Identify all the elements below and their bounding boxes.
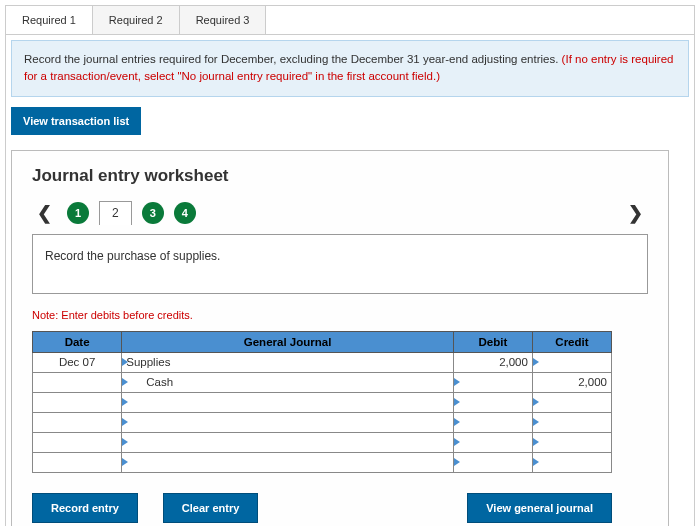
table-row: Dec 07 Supplies 2,000 <box>33 352 612 372</box>
view-transaction-list-button[interactable]: View transaction list <box>11 107 141 135</box>
cell-account[interactable] <box>122 452 454 472</box>
dropdown-icon <box>122 398 128 406</box>
cell-account[interactable] <box>122 392 454 412</box>
dropdown-icon <box>454 398 460 406</box>
step-2-active[interactable]: 2 <box>99 201 132 225</box>
tabs-top: Required 1 Required 2 Required 3 <box>6 6 694 35</box>
step-1[interactable]: 1 <box>67 202 89 224</box>
col-date: Date <box>33 331 122 352</box>
worksheet-box: Journal entry worksheet ❮ 1 2 3 4 ❯ Reco… <box>11 150 669 527</box>
tab-required-3[interactable]: Required 3 <box>180 6 267 34</box>
step-nav: ❮ 1 2 3 4 ❯ <box>32 201 648 225</box>
dropdown-icon <box>533 418 539 426</box>
entry-instruction: Record the purchase of supplies. <box>32 234 648 294</box>
view-general-journal-button[interactable]: View general journal <box>467 493 612 523</box>
journal-body: Dec 07 Supplies 2,000 Cash 2,000 <box>33 352 612 472</box>
note-red: Note: Enter debits before credits. <box>32 309 648 321</box>
cell-debit[interactable] <box>453 372 532 392</box>
record-entry-button[interactable]: Record entry <box>32 493 138 523</box>
table-row <box>33 412 612 432</box>
step-3[interactable]: 3 <box>142 202 164 224</box>
dropdown-icon <box>454 418 460 426</box>
step-4[interactable]: 4 <box>174 202 196 224</box>
cell-debit[interactable] <box>453 412 532 432</box>
cell-debit[interactable]: 2,000 <box>453 352 532 372</box>
app-container: Required 1 Required 2 Required 3 Record … <box>5 5 695 526</box>
cell-date[interactable] <box>33 392 122 412</box>
table-row <box>33 392 612 412</box>
cell-credit[interactable]: 2,000 <box>532 372 611 392</box>
cell-account[interactable] <box>122 412 454 432</box>
instructions-main: Record the journal entries required for … <box>24 53 562 65</box>
table-row <box>33 432 612 452</box>
col-debit: Debit <box>453 331 532 352</box>
dropdown-icon <box>533 438 539 446</box>
dropdown-icon <box>454 438 460 446</box>
dropdown-icon <box>533 398 539 406</box>
cell-date[interactable] <box>33 412 122 432</box>
cell-credit[interactable] <box>532 412 611 432</box>
cell-account[interactable] <box>122 432 454 452</box>
cell-date[interactable] <box>33 452 122 472</box>
dropdown-icon <box>533 358 539 366</box>
dropdown-icon <box>122 458 128 466</box>
cell-account[interactable]: Supplies <box>122 352 454 372</box>
table-row <box>33 452 612 472</box>
cell-credit[interactable] <box>532 392 611 412</box>
dropdown-icon <box>533 458 539 466</box>
col-credit: Credit <box>532 331 611 352</box>
dropdown-icon <box>454 378 460 386</box>
cell-credit[interactable] <box>532 432 611 452</box>
action-left: Record entry Clear entry <box>32 493 258 523</box>
cell-debit[interactable] <box>453 432 532 452</box>
col-general-journal: General Journal <box>122 331 454 352</box>
tab-required-1[interactable]: Required 1 <box>6 6 93 34</box>
journal-table: Date General Journal Debit Credit Dec 07… <box>32 331 612 473</box>
instructions-box: Record the journal entries required for … <box>11 40 689 97</box>
action-row: Record entry Clear entry View general jo… <box>32 493 612 523</box>
cell-debit[interactable] <box>453 392 532 412</box>
cell-credit[interactable] <box>532 352 611 372</box>
cell-account[interactable]: Cash <box>122 372 454 392</box>
cell-debit[interactable] <box>453 452 532 472</box>
table-row: Cash 2,000 <box>33 372 612 392</box>
worksheet-title: Journal entry worksheet <box>32 166 648 186</box>
dropdown-icon <box>122 438 128 446</box>
dropdown-icon <box>454 458 460 466</box>
cell-date[interactable] <box>33 432 122 452</box>
clear-entry-button[interactable]: Clear entry <box>163 493 258 523</box>
chevron-left-icon[interactable]: ❮ <box>32 202 57 224</box>
cell-date[interactable]: Dec 07 <box>33 352 122 372</box>
cell-date[interactable] <box>33 372 122 392</box>
chevron-right-icon[interactable]: ❯ <box>623 202 648 224</box>
steps-left: ❮ 1 2 3 4 <box>32 201 196 225</box>
cell-credit[interactable] <box>532 452 611 472</box>
dropdown-icon <box>122 358 128 366</box>
dropdown-icon <box>122 418 128 426</box>
dropdown-icon <box>122 378 128 386</box>
tab-required-2[interactable]: Required 2 <box>93 6 180 34</box>
